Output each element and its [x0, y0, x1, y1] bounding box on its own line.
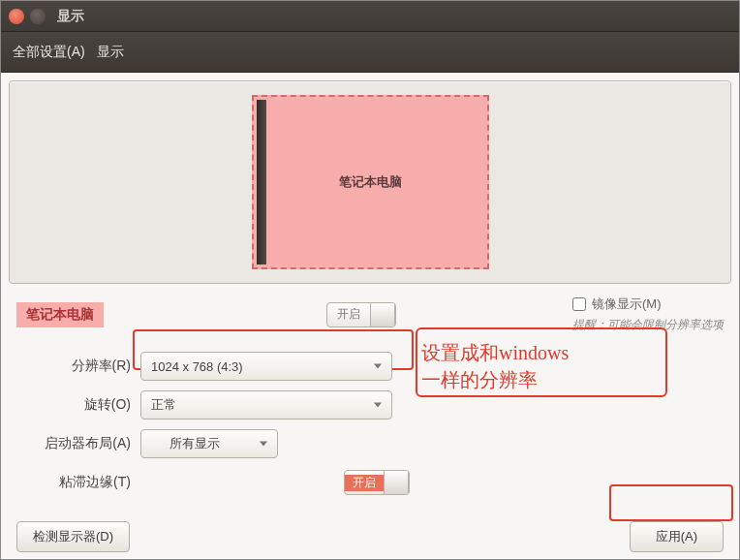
monitor-header-row: 笔记本电脑 开启 镜像显示(M) 提醒：可能会限制分辨率选项 [9, 284, 731, 333]
launcher-select[interactable]: 所有显示 [140, 429, 278, 458]
titlebar: 显示 [1, 1, 739, 32]
toggle-knob-icon [370, 303, 395, 327]
monitor-name-badge: 笔记本电脑 [16, 302, 104, 327]
chevron-down-icon [374, 364, 382, 369]
breadcrumb-all-settings[interactable]: 全部设置(A) [13, 44, 85, 61]
chevron-down-icon [260, 442, 267, 447]
mirror-label: 镜像显示(M) [592, 296, 662, 313]
form-area: 分辨率(R) 1024 x 768 (4:3) 设置成和windows 一样的分… [9, 333, 731, 502]
window-close-icon[interactable] [9, 9, 24, 24]
window-minimize-icon[interactable] [30, 9, 46, 24]
chevron-down-icon [374, 403, 382, 408]
apply-button[interactable]: 应用(A) [630, 521, 724, 552]
content-area: 笔记本电脑 笔记本电脑 开启 镜像显示(M) 提醒：可能会限制分辨率选项 分辨率… [1, 73, 739, 559]
resolution-label: 分辨率(R) [16, 358, 140, 375]
breadcrumb-current: 显示 [97, 44, 124, 61]
row-launcher: 启动器布局(A) 所有显示 [16, 424, 724, 463]
detect-displays-button[interactable]: 检测显示器(D) [16, 521, 130, 552]
rotation-label: 旋转(O) [16, 396, 140, 414]
rotation-value: 正常 [151, 396, 176, 414]
monitor-preview-label: 笔记本电脑 [339, 173, 402, 191]
annotation-apply-highlight [609, 484, 733, 521]
launcher-value: 所有显示 [170, 435, 220, 452]
toggle-on-label: 开启 [345, 475, 384, 491]
window-title: 显示 [57, 8, 84, 25]
sticky-label: 粘滞边缘(T) [16, 474, 140, 491]
annotation-note-box [416, 327, 667, 397]
resolution-value: 1024 x 768 (4:3) [151, 359, 243, 374]
resolution-select[interactable]: 1024 x 768 (4:3) [140, 352, 392, 381]
launcher-label: 启动器布局(A) [16, 435, 140, 452]
monitor-power-toggle[interactable]: 开启 [326, 302, 396, 327]
sticky-edges-toggle[interactable]: 开启 [344, 470, 410, 495]
rotation-select[interactable]: 正常 [140, 390, 392, 420]
toggle-on-label: 开启 [327, 306, 370, 323]
monitor-preview[interactable]: 笔记本电脑 [252, 95, 489, 269]
breadcrumb: 全部设置(A) 显示 [1, 32, 739, 73]
display-preview: 笔记本电脑 [9, 80, 731, 284]
toggle-knob-icon [384, 471, 409, 494]
mirror-checkbox[interactable] [572, 297, 586, 311]
